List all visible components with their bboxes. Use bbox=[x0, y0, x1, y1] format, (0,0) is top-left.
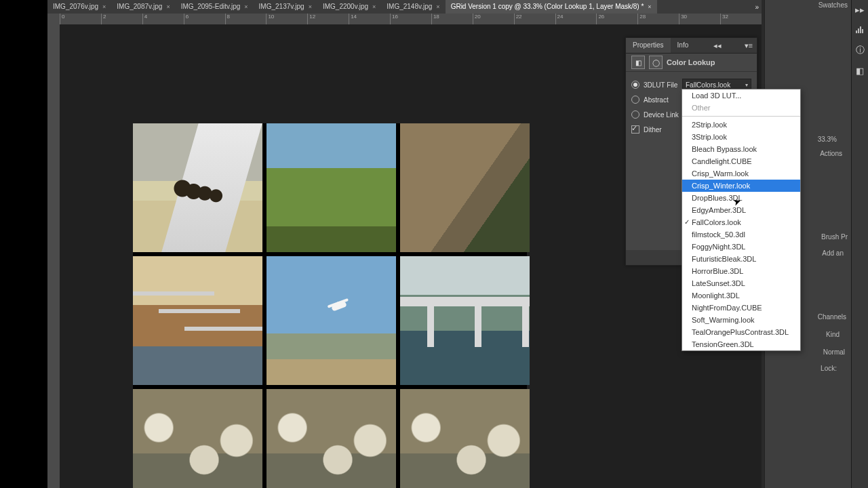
menu-lut-item[interactable]: Bleach Bypass.look bbox=[682, 143, 800, 155]
menu-separator bbox=[682, 116, 800, 117]
document-tab[interactable]: IMG_2087v.jpg× bbox=[111, 0, 175, 14]
radio-abstract[interactable] bbox=[631, 96, 639, 104]
menu-lut-item[interactable]: Crisp_Winter.look bbox=[682, 180, 800, 192]
grid-photo bbox=[133, 389, 262, 488]
panel-menu-icon[interactable]: ▾≡ bbox=[741, 41, 757, 50]
document-tab-active[interactable]: GRid Version 1 copy @ 33.3% (Color Looku… bbox=[446, 0, 657, 14]
menu-lut-item[interactable]: TealOrangePlusContrast.3DL bbox=[682, 326, 800, 338]
ruler-horizontal[interactable]: 02468101214161820222426283032 bbox=[60, 14, 762, 25]
menu-lut-item[interactable]: FoggyNight.3DL bbox=[682, 241, 800, 253]
close-icon[interactable]: × bbox=[309, 0, 312, 14]
checkbox-dither[interactable] bbox=[631, 125, 639, 134]
lut-dropdown-menu: Load 3D LUT... Other 2Strip.look3Strip.l… bbox=[682, 89, 801, 351]
grid-photo bbox=[400, 123, 530, 252]
close-icon[interactable]: × bbox=[436, 0, 439, 14]
menu-lut-item[interactable]: NightFromDay.CUBE bbox=[682, 302, 800, 314]
adjustment-title: Color Lookup bbox=[667, 58, 715, 66]
actions-panel-label[interactable]: Actions bbox=[820, 150, 842, 157]
check-icon: ✓ bbox=[684, 216, 690, 228]
close-icon[interactable]: × bbox=[648, 0, 651, 14]
ruler-origin[interactable] bbox=[47, 14, 60, 25]
menu-load-lut[interactable]: Load 3D LUT... bbox=[682, 89, 800, 102]
close-icon[interactable]: × bbox=[244, 0, 248, 14]
tab-info[interactable]: Info bbox=[671, 38, 696, 53]
mask-icon[interactable]: ◯ bbox=[649, 56, 663, 69]
document-tab[interactable]: IMG_2200v.jpg× bbox=[317, 0, 381, 14]
blend-mode-label[interactable]: Normal bbox=[823, 348, 845, 356]
collapse-icon[interactable]: ◂◂ bbox=[709, 41, 726, 50]
grid-photo bbox=[133, 256, 262, 385]
menu-lut-item[interactable]: LateSunset.3DL bbox=[682, 277, 800, 289]
collapsed-dock: ▸▸ ⓘ ◧ bbox=[851, 0, 868, 488]
menu-lut-item[interactable]: Crisp_Warm.look bbox=[682, 167, 800, 180]
adjustment-icon: ◧ bbox=[631, 56, 645, 69]
chevron-down-icon: ▾ bbox=[745, 82, 748, 88]
expand-panels-icon[interactable]: ▸▸ bbox=[854, 4, 865, 15]
add-action-label[interactable]: Add an bbox=[822, 249, 844, 257]
app-frame: IMG_2076v.jpg× IMG_2087v.jpg× IMG_2095-E… bbox=[47, 0, 868, 488]
document-tab[interactable]: IMG_2137v.jpg× bbox=[254, 0, 317, 14]
grid-photo bbox=[267, 389, 396, 488]
info-icon[interactable]: ⓘ bbox=[854, 45, 865, 56]
grid-photo bbox=[267, 256, 396, 385]
menu-lut-item[interactable]: FuturisticBleak.3DL bbox=[682, 253, 800, 265]
close-icon[interactable]: × bbox=[372, 0, 376, 14]
menu-lut-item[interactable]: Candlelight.CUBE bbox=[682, 155, 800, 167]
grid-photo bbox=[133, 123, 262, 252]
radio-3dlut-file[interactable] bbox=[631, 81, 639, 89]
svg-rect-3 bbox=[862, 29, 863, 33]
menu-lut-item[interactable]: TensionGreen.3DL bbox=[682, 338, 800, 350]
brush-presets-label[interactable]: Brush Pr bbox=[821, 233, 848, 241]
grid-photo bbox=[267, 123, 396, 252]
document-grid bbox=[133, 123, 527, 488]
layers-icon[interactable]: ◧ bbox=[854, 65, 865, 76]
menu-lut-item[interactable]: HorrorBlue.3DL bbox=[682, 265, 800, 277]
menu-lut-item[interactable]: Moonlight.3DL bbox=[682, 289, 800, 302]
close-icon[interactable]: × bbox=[166, 0, 170, 14]
histogram-icon[interactable] bbox=[854, 24, 865, 35]
menu-lut-item[interactable]: 3Strip.look bbox=[682, 131, 800, 143]
document-tab-bar: IMG_2076v.jpg× IMG_2087v.jpg× IMG_2095-E… bbox=[47, 0, 762, 14]
svg-rect-0 bbox=[856, 30, 857, 33]
menu-other: Other bbox=[682, 102, 800, 114]
layer-kind-label[interactable]: Kind bbox=[826, 331, 840, 338]
swatches-panel-label[interactable]: Swatches bbox=[818, 1, 848, 9]
zoom-readout: 33.3% bbox=[818, 136, 837, 143]
radio-device-link[interactable] bbox=[631, 110, 639, 119]
ruler-vertical[interactable] bbox=[47, 24, 60, 488]
tab-properties[interactable]: Properties bbox=[626, 38, 671, 53]
document-tab[interactable]: IMG_2076v.jpg× bbox=[47, 0, 111, 14]
document-tab[interactable]: IMG_2148v.jpg× bbox=[381, 0, 445, 14]
lock-label: Lock: bbox=[821, 365, 837, 372]
grid-photo bbox=[400, 256, 530, 385]
menu-lut-item[interactable]: ✓FallColors.look bbox=[682, 216, 800, 228]
menu-lut-item[interactable]: Soft_Warming.look bbox=[682, 314, 800, 326]
menu-lut-item[interactable]: 2Strip.look bbox=[682, 119, 800, 131]
menu-lut-item[interactable]: EdgyAmber.3DL bbox=[682, 204, 800, 216]
channels-panel-label[interactable]: Channels bbox=[818, 313, 846, 321]
menu-lut-item[interactable]: filmstock_50.3dl bbox=[682, 228, 800, 241]
close-icon[interactable]: × bbox=[102, 0, 106, 14]
document-tab[interactable]: IMG_2095-Editv.jpg× bbox=[176, 0, 254, 14]
grid-photo bbox=[400, 389, 530, 488]
svg-rect-1 bbox=[858, 28, 859, 33]
tab-overflow-icon[interactable]: » bbox=[752, 3, 762, 11]
svg-rect-2 bbox=[860, 26, 861, 33]
